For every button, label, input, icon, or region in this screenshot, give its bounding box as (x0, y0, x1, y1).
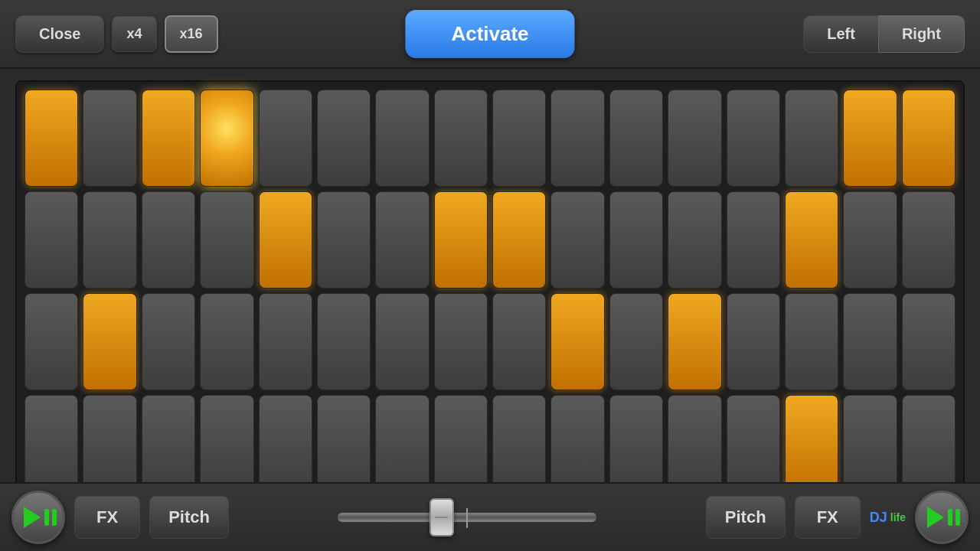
grid-cell[interactable] (200, 293, 253, 390)
thumb-line (435, 517, 448, 518)
x4-button[interactable]: x4 (112, 16, 156, 52)
left-play-pause-button[interactable] (11, 491, 65, 544)
left-button[interactable]: Left (803, 15, 878, 53)
pitch-right-button[interactable]: Pitch (706, 496, 786, 539)
grid-cell[interactable] (259, 395, 312, 492)
grid-cell[interactable] (434, 293, 488, 390)
grid-cell[interactable] (785, 293, 838, 390)
grid-cell[interactable] (668, 395, 721, 492)
grid-cell[interactable] (492, 90, 546, 187)
grid-cell[interactable] (259, 191, 312, 289)
grid-cell[interactable] (434, 395, 488, 492)
grid-cell[interactable] (609, 191, 663, 289)
grid-cell[interactable] (200, 90, 253, 187)
grid-cell[interactable] (375, 395, 429, 492)
logo-text: DJ (870, 510, 887, 526)
fx-left-button[interactable]: FX (74, 496, 140, 539)
grid-cell[interactable] (259, 90, 312, 187)
grid-cell[interactable] (83, 395, 136, 492)
grid-cell[interactable] (902, 293, 956, 390)
right-play-pause-button[interactable] (915, 491, 969, 544)
right-play-pause-icon (924, 507, 960, 528)
grid-cell[interactable] (727, 395, 780, 492)
grid-cell[interactable] (609, 293, 663, 390)
grid-cell[interactable] (142, 395, 195, 492)
grid-cell[interactable] (902, 395, 956, 492)
grid-cell[interactable] (492, 395, 546, 492)
grid-cell[interactable] (492, 293, 546, 390)
grid-cell[interactable] (550, 293, 604, 390)
footer-right-controls: Pitch FX DJ life (706, 491, 969, 544)
activate-button[interactable]: Activate (405, 10, 574, 58)
fx-right-button[interactable]: FX (795, 496, 861, 539)
grid-cell[interactable] (24, 90, 78, 187)
grid-cell[interactable] (83, 90, 136, 187)
left-pause-icon (44, 509, 57, 526)
grid-cell[interactable] (727, 293, 780, 390)
grid-cell[interactable] (785, 191, 838, 289)
header-left-controls: Close x4 x16 (15, 15, 218, 53)
tempo-slider-track[interactable] (337, 512, 597, 523)
grid-cell[interactable] (434, 191, 488, 289)
slider-center-mark (466, 508, 468, 528)
logo-sub: life (890, 511, 906, 523)
right-pause-bar-1 (948, 509, 952, 526)
grid-cell[interactable] (142, 293, 195, 390)
grid-cell[interactable] (609, 395, 663, 492)
grid-cell[interactable] (727, 191, 780, 289)
grid-cell[interactable] (317, 90, 371, 187)
grid-cell[interactable] (785, 90, 838, 187)
grid-container (0, 69, 980, 513)
grid-cell[interactable] (24, 395, 78, 492)
grid-cell[interactable] (843, 90, 897, 187)
right-pause-icon (948, 509, 960, 526)
grid-cell[interactable] (259, 293, 312, 390)
grid-cell[interactable] (434, 90, 488, 187)
close-button[interactable]: Close (15, 15, 104, 53)
grid-cell[interactable] (375, 90, 429, 187)
tempo-slider-thumb[interactable] (430, 498, 454, 536)
grid-cell[interactable] (609, 90, 663, 187)
grid-cell[interactable] (24, 293, 78, 390)
left-pause-bar-2 (52, 509, 57, 526)
right-play-icon (927, 507, 944, 528)
grid-cell[interactable] (550, 90, 604, 187)
grid-cell[interactable] (83, 293, 136, 390)
grid-cell[interactable] (668, 90, 721, 187)
grid-cell[interactable] (668, 293, 721, 390)
footer-left-controls: FX Pitch (11, 491, 229, 544)
grid-cell[interactable] (200, 191, 253, 289)
grid-cell[interactable] (902, 90, 956, 187)
grid-cell[interactable] (550, 191, 604, 289)
grid-cell[interactable] (142, 90, 195, 187)
grid-cell[interactable] (843, 293, 897, 390)
grid-cell[interactable] (843, 395, 897, 492)
left-play-icon (24, 507, 41, 528)
grid-cell[interactable] (492, 191, 546, 289)
grid-cell[interactable] (317, 395, 371, 492)
grid-cell[interactable] (668, 191, 721, 289)
grid-cell[interactable] (375, 293, 429, 390)
grid-cell[interactable] (727, 90, 780, 187)
grid-cell[interactable] (550, 395, 604, 492)
grid-cell[interactable] (317, 293, 371, 390)
right-pause-bar-2 (956, 509, 960, 526)
grid-cell[interactable] (375, 191, 429, 289)
pitch-left-button[interactable]: Pitch (149, 496, 229, 539)
grid-cell[interactable] (142, 191, 195, 289)
footer: FX Pitch Pitch FX DJ life (0, 482, 980, 551)
grid-cell[interactable] (200, 395, 253, 492)
logo: DJ life (870, 510, 906, 526)
grid-cell[interactable] (24, 191, 78, 289)
tempo-slider-container (337, 512, 597, 523)
right-button[interactable]: Right (878, 15, 965, 53)
grid-cell[interactable] (785, 395, 838, 492)
grid-cell[interactable] (83, 191, 136, 289)
left-play-pause-icon (21, 507, 57, 528)
grid-cell[interactable] (902, 191, 956, 289)
grid-cell[interactable] (843, 191, 897, 289)
left-pause-bar-1 (44, 509, 49, 526)
x16-button[interactable]: x16 (165, 15, 218, 53)
step-sequencer-grid (15, 80, 965, 501)
grid-cell[interactable] (317, 191, 371, 289)
